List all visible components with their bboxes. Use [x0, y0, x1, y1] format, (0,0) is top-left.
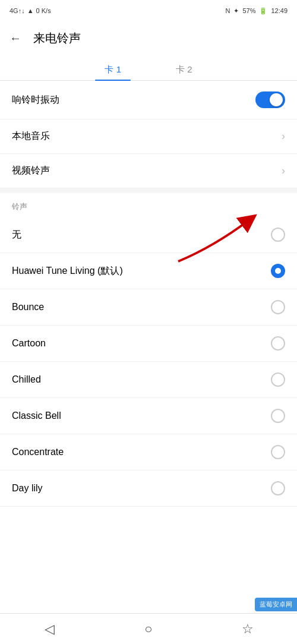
- nav-bar: ◁ ○ ☆: [0, 613, 297, 644]
- video-ringtone-label: 视频铃声: [12, 165, 50, 177]
- local-music-row[interactable]: 本地音乐 ›: [0, 119, 297, 154]
- ringtone-day-lily-label: Day lily: [12, 483, 43, 494]
- battery-level: 57%: [242, 7, 255, 14]
- ringtone-huawei-label: Huawei Tune Living (默认): [12, 265, 123, 277]
- tab-card1[interactable]: 卡 1: [95, 59, 131, 80]
- ringtone-day-lily-row[interactable]: Day lily: [0, 471, 297, 507]
- data-speed: 0 K/s: [36, 7, 51, 14]
- nfc-icon: N: [225, 7, 230, 14]
- back-button[interactable]: ←: [10, 31, 21, 45]
- time-display: 12:49: [271, 7, 287, 14]
- ringtone-list: 无 Huawei Tune Living (默认) Bounce Cartoon…: [0, 217, 297, 507]
- ringtone-concentrate-row[interactable]: Concentrate: [0, 434, 297, 471]
- ringtone-cartoon-radio[interactable]: [271, 336, 285, 351]
- video-ringtone-arrow-icon: ›: [282, 165, 285, 177]
- ringtone-huawei-row[interactable]: Huawei Tune Living (默认): [0, 253, 297, 289]
- tabs-container: 卡 1 卡 2: [0, 55, 297, 81]
- ringtone-bounce-row[interactable]: Bounce: [0, 289, 297, 326]
- vibration-toggle[interactable]: [255, 91, 285, 108]
- video-ringtone-row[interactable]: 视频铃声 ›: [0, 154, 297, 188]
- ringtone-day-lily-radio[interactable]: [271, 481, 285, 495]
- page-title: 来电铃声: [33, 30, 81, 46]
- nav-back-button[interactable]: ◁: [31, 617, 67, 641]
- ringtone-bounce-radio[interactable]: [271, 300, 285, 314]
- ringtone-concentrate-radio[interactable]: [271, 445, 285, 459]
- status-bar-right: N ✦ 57% 🔋 12:49: [225, 7, 287, 15]
- ringtone-classic-bell-radio[interactable]: [271, 409, 285, 423]
- ringtone-section-label: 铃声: [0, 193, 297, 217]
- ringtone-cartoon-label: Cartoon: [12, 338, 46, 349]
- status-bar: 4G↑↓ ▲ 0 K/s N ✦ 57% 🔋 12:49: [0, 0, 297, 21]
- header: ← 来电铃声: [0, 21, 297, 55]
- tab-card2[interactable]: 卡 2: [166, 59, 202, 80]
- ringtone-chilled-row[interactable]: Chilled: [0, 362, 297, 398]
- ringtone-cartoon-row[interactable]: Cartoon: [0, 326, 297, 362]
- ringtone-huawei-radio[interactable]: [271, 264, 285, 278]
- ringtone-concentrate-label: Concentrate: [12, 447, 64, 457]
- ringtone-none-radio[interactable]: [271, 228, 285, 242]
- watermark: 蓝莓安卓网: [255, 598, 297, 611]
- section-divider: [0, 188, 297, 193]
- local-music-arrow-icon: ›: [282, 130, 285, 143]
- bluetooth-icon: ✦: [233, 7, 239, 15]
- ringtone-chilled-label: Chilled: [12, 374, 41, 385]
- local-music-label: 本地音乐: [12, 130, 50, 143]
- ringtone-chilled-radio[interactable]: [271, 372, 285, 387]
- ringtone-none-row[interactable]: 无: [0, 217, 297, 253]
- settings-section: 响铃时振动 本地音乐 › 视频铃声 ›: [0, 81, 297, 188]
- nav-recent-button[interactable]: ☆: [230, 617, 266, 641]
- status-bar-left: 4G↑↓ ▲ 0 K/s: [10, 7, 51, 14]
- ringtone-classic-bell-label: Classic Bell: [12, 411, 61, 421]
- vibration-row[interactable]: 响铃时振动: [0, 81, 297, 119]
- signal-icon: 4G↑↓: [10, 7, 25, 14]
- ringtone-classic-bell-row[interactable]: Classic Bell: [0, 398, 297, 434]
- vibration-label: 响铃时振动: [12, 94, 59, 106]
- ringtone-none-label: 无: [12, 229, 21, 241]
- nav-home-button[interactable]: ○: [131, 617, 166, 641]
- ringtone-bounce-label: Bounce: [12, 302, 44, 312]
- battery-icon: 🔋: [259, 7, 267, 15]
- wifi-icon: ▲: [27, 7, 34, 14]
